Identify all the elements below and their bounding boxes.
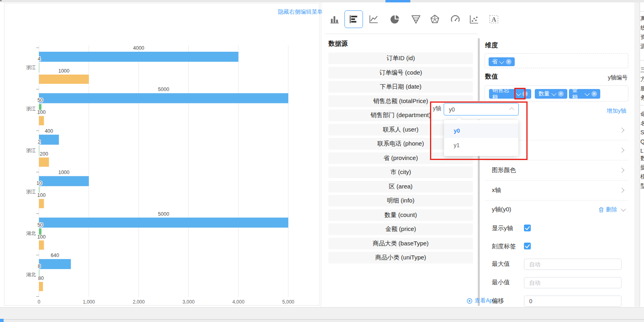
bar-value-label: 5000: [158, 211, 169, 217]
field-chip[interactable]: 数量✕: [535, 89, 567, 99]
bar-value-label: 640: [51, 253, 59, 258]
view-api-label: 查看Api: [475, 297, 494, 304]
y-axis-row-label: 显示y轴: [492, 225, 513, 232]
bar-price: [39, 116, 44, 125]
datasource-field[interactable]: 订单ID (id): [328, 53, 473, 64]
y-axis-min-input[interactable]: [524, 277, 622, 288]
chevron-down-icon[interactable]: [585, 91, 590, 96]
bar-price: [39, 75, 89, 84]
delete-label: 删除: [606, 206, 617, 213]
bar-value-label: 4000: [133, 45, 144, 51]
line-chart-icon[interactable]: [368, 13, 380, 25]
y-axis-category-label: 浙江: [26, 189, 36, 194]
axis-select[interactable]: y0: [444, 103, 519, 115]
y-axis-max-input[interactable]: [524, 259, 622, 270]
bar-value-label: 5000: [158, 87, 169, 92]
chip-label: 省: [492, 58, 497, 65]
middle-panel-left-border: [321, 2, 321, 307]
scatter-chart-icon[interactable]: [468, 13, 480, 25]
top-scrollbar-thumb[interactable]: [385, 0, 410, 2]
text-element-icon[interactable]: A: [488, 13, 500, 25]
y-axis-collapse-chevron-icon[interactable]: [621, 207, 626, 212]
bar-value-label: 2: [38, 139, 41, 145]
field-chip[interactable]: 金额✕: [569, 89, 600, 99]
tick-label-checkbox[interactable]: [524, 243, 531, 249]
pie-chart-icon[interactable]: [389, 13, 401, 25]
datasource-field[interactable]: 商品小类 (uniType): [328, 252, 473, 263]
datasource-title: 数据源: [328, 40, 348, 48]
horizontal-bar-chart-icon[interactable]: [348, 13, 360, 25]
datasource-field[interactable]: 市 (city): [328, 166, 473, 178]
y-axis-row-label: 最大值: [492, 260, 510, 268]
grouped-horizontal-bar-chart: 01,0002,0003,0004,0005,000浙江400041000浙江5…: [4, 4, 319, 305]
y-axis-category-label: 浙江: [26, 65, 36, 70]
right-strip-tab[interactable]: 三方服务: [640, 65, 644, 102]
toolbar-bottom-border: [325, 34, 478, 34]
x-axis-tick-label: 4,000: [232, 299, 245, 305]
config-section-row[interactable]: 图形颜色: [485, 160, 628, 180]
bar-value-label: 50: [37, 97, 43, 103]
axis-option-y0[interactable]: y0: [444, 124, 518, 138]
delete-y-axis-button[interactable]: 删除: [599, 206, 617, 213]
section-separator: [485, 200, 628, 200]
right-strip-tab[interactable]: 离线资源: [640, 14, 644, 51]
bar-value-label: 1000: [58, 170, 69, 175]
y-axis-row-label: 最小值: [492, 279, 510, 286]
chevron-down-icon[interactable]: [516, 91, 521, 96]
remove-chip-icon[interactable]: ✕: [591, 91, 597, 97]
x-axis-tick-label: 2,000: [132, 299, 145, 305]
field-chip[interactable]: 省✕: [489, 57, 515, 66]
datasource-field[interactable]: 区 (area): [328, 181, 473, 192]
bar-count: [39, 63, 39, 73]
add-y-axis-link[interactable]: 增加y轴: [607, 107, 626, 115]
bar-totalPrice: [39, 218, 288, 228]
bar-chart-icon[interactable]: [329, 13, 341, 25]
right-strip-separator: [640, 11, 644, 12]
datasource-field[interactable]: 明细 (info): [328, 195, 473, 207]
middle-panel-scrollbar[interactable]: [478, 38, 480, 306]
y-axis-category-label: 湖北: [26, 231, 36, 236]
config-section-row[interactable]: x轴: [485, 180, 628, 200]
remove-chip-icon[interactable]: ✕: [522, 91, 528, 97]
bar-price: [39, 158, 49, 167]
right-strip-tab[interactable]: 数据模型: [640, 154, 644, 190]
y-axis-offset-input[interactable]: [524, 296, 622, 307]
chevron-right-icon: [619, 128, 624, 133]
right-strip-tab[interactable]: 命名SQL: [640, 109, 644, 156]
bar-value-label: 200: [40, 151, 48, 157]
right-strip-separator: [640, 60, 644, 61]
config-section-label: 图形颜色: [492, 166, 516, 174]
chevron-down-icon[interactable]: [499, 59, 504, 64]
chevron-down-icon[interactable]: [551, 91, 556, 96]
chevron-right-icon: [619, 168, 624, 173]
bar-value-label: 8: [38, 263, 41, 269]
datasource-field[interactable]: 数量 (count): [328, 209, 473, 221]
remove-chip-icon[interactable]: ✕: [506, 59, 512, 65]
y-axis-section-title: y轴(y0): [492, 206, 511, 213]
field-chip[interactable]: 销售总额✕: [489, 89, 531, 99]
view-api-link[interactable]: 查看Api: [467, 297, 494, 304]
bar-value-label: 10: [37, 180, 42, 186]
remove-chip-icon[interactable]: ✕: [558, 91, 564, 97]
right-strip-separator: [640, 105, 644, 105]
dimension-title: 维度: [485, 41, 498, 50]
y-axis-row-label: 偏移: [492, 297, 504, 305]
axis-option-y1[interactable]: y1: [444, 138, 518, 152]
right-scrollbar-track[interactable]: [634, 2, 640, 307]
show-y-axis-checkbox[interactable]: [524, 225, 531, 231]
datasource-field[interactable]: 金额 (price): [328, 223, 473, 235]
y-axis-category-label: 浙江: [26, 106, 36, 111]
config-section-label: x轴: [492, 186, 501, 194]
footer-bar: [0, 307, 644, 319]
bar-value-label: 4: [38, 56, 41, 62]
gauge-chart-icon[interactable]: [449, 13, 461, 25]
radar-chart-icon[interactable]: [429, 13, 441, 25]
datasource-field[interactable]: 订单编号 (code): [328, 67, 473, 79]
datasource-field[interactable]: 下单日期 (date): [328, 81, 473, 93]
right-strip-border: [640, 2, 640, 307]
chevron-right-icon: [619, 188, 624, 193]
x-axis-tick-label: 5,000: [282, 299, 294, 305]
datasource-field[interactable]: 商品大类 (baseType): [328, 238, 473, 249]
trash-icon: [599, 207, 604, 213]
funnel-chart-icon[interactable]: [410, 13, 422, 25]
